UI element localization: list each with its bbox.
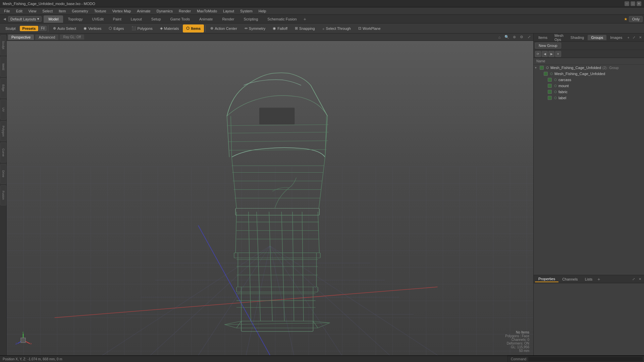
items-button[interactable]: ⬡ Items xyxy=(183,24,204,33)
falloff-button[interactable]: ◉ Falloff xyxy=(269,24,291,33)
menu-texture[interactable]: Texture xyxy=(92,8,109,14)
groups-tool-next[interactable]: ▶ xyxy=(548,51,554,57)
prop-tab-lists[interactable]: Lists xyxy=(582,277,596,282)
new-group-button[interactable]: New Group xyxy=(535,43,561,49)
prop-tab-properties[interactable]: Properties xyxy=(535,276,558,282)
tab-layout[interactable]: Layout xyxy=(126,15,147,23)
vp-icon-expand[interactable]: ⤢ xyxy=(526,34,532,40)
menu-item[interactable]: Item xyxy=(56,8,68,14)
vp-tab-advanced[interactable]: Advanced xyxy=(35,35,58,40)
right-tab-items[interactable]: Items xyxy=(535,35,551,40)
sidebar-weld[interactable]: Weld xyxy=(0,57,6,77)
presets-extra-button[interactable]: Fil xyxy=(39,26,47,31)
tree-item-mesh[interactable]: ⬡ Mesh_Fishing_Cage_Unfolded xyxy=(534,71,644,77)
tab-model[interactable]: Model xyxy=(44,15,63,23)
vp-icon-zoom-in[interactable]: ⊕ xyxy=(511,34,517,40)
tab-paint[interactable]: Paint xyxy=(108,15,126,23)
vp-tab-perspective[interactable]: Perspective xyxy=(8,35,34,40)
menu-view[interactable]: View xyxy=(26,8,39,14)
menu-vertex-map[interactable]: Vertex Map xyxy=(110,8,134,14)
close-button[interactable]: ✕ xyxy=(637,1,641,6)
right-tab-add-button[interactable]: + xyxy=(626,36,631,40)
tree-icon-fabric: ⬡ xyxy=(553,89,558,94)
groups-tool-refresh[interactable]: ⟳ xyxy=(535,51,541,57)
prop-tab-add-button[interactable]: + xyxy=(596,277,601,282)
menu-geometry[interactable]: Geometry xyxy=(69,8,91,14)
tree-check-label-item[interactable] xyxy=(548,96,552,100)
menu-maxtomode[interactable]: MaxToModo xyxy=(194,8,220,14)
viewport-3d[interactable]: X Y Z No Items Polygons : Face Channels:… xyxy=(7,41,533,355)
vertices-button[interactable]: ◉ Vertices xyxy=(80,24,105,33)
prop-icon-expand[interactable]: ⤢ xyxy=(631,277,636,282)
auto-select-button[interactable]: ⊕ Auto Select xyxy=(50,24,79,33)
sidebar-sculpt[interactable]: Sculpt xyxy=(0,35,6,55)
menu-render[interactable]: Render xyxy=(176,8,194,14)
right-tab-mesh-ops[interactable]: Mesh Ops xyxy=(551,33,567,42)
right-tab-groups[interactable]: Groups xyxy=(588,35,606,40)
menu-layout[interactable]: Layout xyxy=(220,8,237,14)
prop-tab-channels[interactable]: Channels xyxy=(559,277,581,282)
tab-animate[interactable]: Animate xyxy=(195,15,217,23)
main-content: Sculpt Weld Edge UV Polygon Curve Drive … xyxy=(0,34,644,355)
tree-icon-mesh: ⬡ xyxy=(549,71,554,76)
menu-help[interactable]: Help xyxy=(256,8,269,14)
vp-icon-search[interactable]: 🔍 xyxy=(504,34,510,40)
snapping-button[interactable]: ⊞ Snapping xyxy=(291,24,318,33)
tree-item-carcass[interactable]: ⬡ carcass xyxy=(534,77,644,83)
vp-icon-home[interactable]: ⌂ xyxy=(496,34,502,40)
groups-tool-close[interactable]: ✕ xyxy=(555,51,561,57)
tab-setup[interactable]: Setup xyxy=(147,15,166,23)
tree-item-root[interactable]: ▾ ⬡ Mesh_Fishing_Cage_Unfolded (2) : Gro… xyxy=(534,65,644,71)
tab-scripting[interactable]: Scripting xyxy=(239,15,263,23)
workplane-button[interactable]: ⊡ WorkPlane xyxy=(355,24,384,33)
polygons-button[interactable]: ⬛ Polygons xyxy=(128,24,156,33)
tree-check-mount[interactable] xyxy=(548,84,552,88)
sculpt-button[interactable]: Sculpt xyxy=(2,24,19,33)
sidebar-drive[interactable]: Drive xyxy=(0,164,6,184)
right-tab-images[interactable]: Images xyxy=(607,35,626,40)
layout-selector[interactable]: Default Layouts ▾ xyxy=(8,16,42,22)
prop-icon-close[interactable]: ✕ xyxy=(637,277,643,282)
sidebar-uv[interactable]: UV xyxy=(0,100,6,120)
tree-check-mesh[interactable] xyxy=(544,72,548,76)
maximize-button[interactable]: □ xyxy=(631,1,635,6)
layout-icon-left[interactable]: ◀ xyxy=(1,16,8,22)
right-icon-expand[interactable]: ⤢ xyxy=(631,35,637,40)
add-layout-tab-button[interactable]: + xyxy=(302,16,308,22)
right-tab-shading[interactable]: Shading xyxy=(567,35,587,40)
sidebar-curve[interactable]: Curve xyxy=(0,142,6,163)
tab-uvedit[interactable]: UVEdit xyxy=(87,15,108,23)
menu-system[interactable]: System xyxy=(237,8,255,14)
sidebar-edge[interactable]: Edge xyxy=(0,78,6,98)
menu-file[interactable]: File xyxy=(1,8,13,14)
command-input[interactable] xyxy=(528,357,643,361)
menu-animate[interactable]: Animate xyxy=(134,8,153,14)
materials-button[interactable]: ◈ Materials xyxy=(157,24,182,33)
tree-item-mount[interactable]: ⬡ mount xyxy=(534,83,644,89)
minimize-button[interactable]: – xyxy=(625,1,629,6)
sidebar-fusion[interactable]: Fusion xyxy=(0,185,6,205)
edges-button[interactable]: ⬡ Edges xyxy=(105,24,127,33)
tree-check-fabric[interactable] xyxy=(548,90,552,94)
sidebar-polygon[interactable]: Polygon xyxy=(0,121,6,141)
menu-select[interactable]: Select xyxy=(40,8,55,14)
menu-dynamics[interactable]: Dynamics xyxy=(154,8,175,14)
symmetry-button[interactable]: ⇔ Symmetry xyxy=(241,24,269,33)
vp-icon-settings[interactable]: ⚙ xyxy=(519,34,525,40)
menu-edit[interactable]: Edit xyxy=(13,8,25,14)
vp-ray-gl[interactable]: Ray GL: Off xyxy=(60,35,84,40)
groups-tool-prev[interactable]: ◀ xyxy=(542,51,548,57)
select-through-button[interactable]: ⬦ Select Through xyxy=(319,24,354,33)
tree-check-root[interactable] xyxy=(540,66,544,70)
tab-render[interactable]: Render xyxy=(217,15,239,23)
only-button[interactable]: Only xyxy=(629,16,643,22)
tab-topology[interactable]: Topology xyxy=(63,15,87,23)
right-icon-settings[interactable]: ✕ xyxy=(638,35,643,40)
action-center-button[interactable]: ⊕ Action Center xyxy=(207,24,240,33)
tree-check-carcass[interactable] xyxy=(548,78,552,82)
presets-button[interactable]: Presets xyxy=(20,26,39,31)
tree-item-fabric[interactable]: ⬡ fabric xyxy=(534,89,644,95)
tab-schematic-fusion[interactable]: Schematic Fusion xyxy=(263,15,301,23)
tab-game-tools[interactable]: Game Tools xyxy=(166,15,195,23)
tree-item-label[interactable]: ⬡ label xyxy=(534,95,644,101)
